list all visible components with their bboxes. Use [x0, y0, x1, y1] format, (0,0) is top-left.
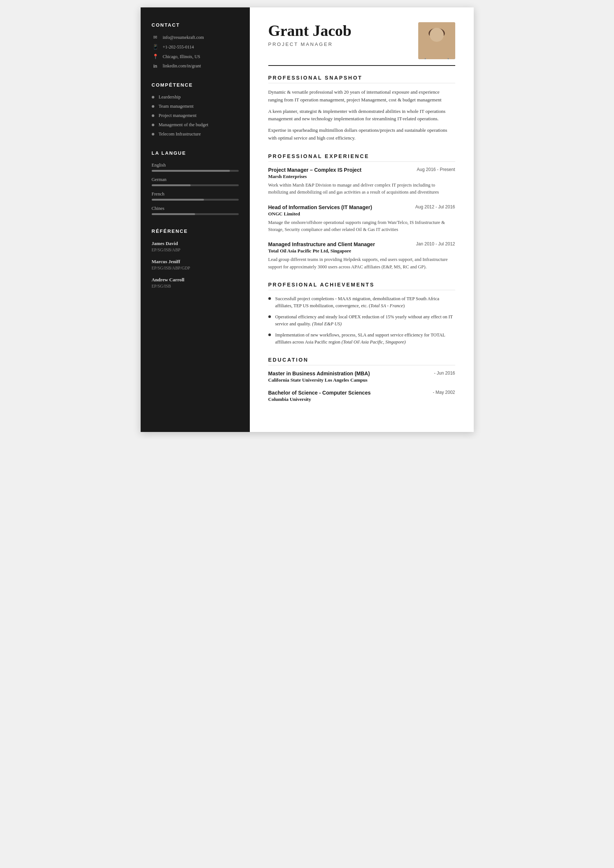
experience-section: PROFESSIONAL EXPERIENCE Project Manager … — [268, 153, 455, 271]
person-title: PROJECT MANAGER — [268, 42, 352, 47]
bullet-dot — [152, 124, 154, 126]
ach-bullet-1 — [268, 315, 271, 318]
achievements-section: PROFESIONAL ACHIEVEMENTS Successfull pro… — [268, 282, 455, 346]
edu-school-1: Columbia University — [268, 397, 455, 402]
location-icon: 📍 — [152, 54, 159, 60]
language-title: LA LANGUE — [152, 150, 239, 156]
reference-title: RÉFÉRENCE — [152, 228, 239, 234]
competence-item-4: Telecom Infrastructure — [152, 132, 239, 137]
competence-item-2: Project management — [152, 113, 239, 118]
exp-date-2: Jan 2010 - Jul 2012 — [416, 241, 455, 246]
experience-title: PROFESSIONAL EXPERIENCE — [268, 153, 455, 162]
competence-section: COMPÉTENCE Leardership Team management P… — [152, 82, 239, 137]
ach-bullet-0 — [268, 297, 271, 300]
ach-bullet-2 — [268, 333, 271, 336]
exp-date-0: Aug 2016 - Present — [417, 167, 455, 172]
svg-rect-0 — [418, 22, 455, 59]
lang-german: German — [152, 177, 239, 186]
contact-section: CONTACT ✉ info@resumekraft.com 📱 +1-202-… — [152, 22, 239, 69]
photo-svg — [418, 22, 455, 59]
person-name: Grant Jacob — [268, 22, 352, 39]
edu-degree-0: Master in Business Administration (MBA) — [268, 370, 370, 377]
contact-title: CONTACT — [152, 22, 239, 28]
lang-chines: Chines — [152, 206, 239, 215]
resume-container: CONTACT ✉ info@resumekraft.com 📱 +1-202-… — [141, 8, 474, 432]
ref-item-0: James David EP/SG/ISB/ABP — [152, 240, 239, 252]
phone-icon: 📱 — [152, 44, 159, 50]
profile-photo — [418, 22, 455, 59]
reference-section: RÉFÉRENCE James David EP/SG/ISB/ABP Marc… — [152, 228, 239, 288]
exp-desc-1: Manage the onshore/offshore operational … — [268, 219, 455, 234]
linkedin-icon: in — [152, 64, 159, 69]
competence-item-0: Leardership — [152, 95, 239, 100]
contact-linkedin: in linkedin.com/in/grant — [152, 63, 239, 69]
exp-header-1: Head of Information Services (IT Manager… — [268, 204, 455, 210]
ach-italic-1: (Total E&P US) — [312, 321, 342, 327]
sidebar: CONTACT ✉ info@resumekraft.com 📱 +1-202-… — [141, 8, 250, 432]
svg-point-6 — [439, 39, 441, 42]
lang-bar-bg — [152, 213, 239, 215]
resume-header: Grant Jacob PROJECT MANAGER — [268, 22, 455, 59]
email-icon: ✉ — [152, 34, 159, 40]
snapshot-para-0: Dynamic & versatile professional with 20… — [268, 88, 455, 104]
achievement-item-1: Operational efficiency and steady local … — [268, 313, 455, 328]
header-divider — [268, 65, 455, 66]
svg-rect-2 — [434, 45, 439, 52]
ref-item-2: Andrew Carroll EP/SG/ISB — [152, 277, 239, 288]
edu-header-1: Bachelor of Science - Computer Sciences … — [268, 390, 455, 396]
edu-date-0: - Jun 2016 — [434, 370, 455, 376]
bullet-dot — [152, 96, 154, 98]
exp-company-0: Marsh Enterprises — [268, 174, 455, 180]
edu-item-0: Master in Business Administration (MBA) … — [268, 370, 455, 383]
achievement-item-2: Implementation of new workflows, process… — [268, 332, 455, 346]
snapshot-section: PROFESSIONAL SNAPSHOT Dynamic & versatil… — [268, 75, 455, 142]
main-content: Grant Jacob PROJECT MANAGER — [250, 8, 474, 432]
lang-english: English — [152, 163, 239, 172]
ach-italic-0: Total SA - France — [371, 303, 403, 308]
lang-bar-fill — [152, 170, 230, 172]
lang-bar-bg — [152, 184, 239, 186]
lang-bar-fill — [152, 184, 191, 186]
lang-bar-bg — [152, 199, 239, 201]
edu-school-0: California State University Los Angeles … — [268, 377, 455, 383]
bullet-dot — [152, 105, 154, 108]
exp-job-title-2: Managed Infrastructure and Client Manage… — [268, 241, 375, 247]
lang-bar-fill — [152, 213, 195, 215]
svg-point-7 — [436, 42, 437, 44]
exp-job-title-0: Project Manager – Complex IS Project — [268, 167, 361, 173]
ach-italic-2: (Total Oil Asia Pacific, Singapore) — [342, 339, 406, 345]
competence-item-3: Management of the budget — [152, 122, 239, 128]
ach-text-2: Implementation of new workflows, process… — [275, 332, 455, 346]
bullet-dot — [152, 115, 154, 117]
exp-date-1: Aug 2012 - Jul 2016 — [415, 204, 455, 209]
language-section: LA LANGUE English German French — [152, 150, 239, 215]
exp-desc-0: Work within Marsh E&P Division to manage… — [268, 182, 455, 196]
ref-item-1: Marcus Jeniff EP/SG/ISB/ABP/GDP — [152, 259, 239, 270]
achievement-item-0: Successfull project completions - MAAS m… — [268, 295, 455, 310]
exp-item-1: Head of Information Services (IT Manager… — [268, 204, 455, 234]
ach-text-1: Operational efficiency and steady local … — [275, 313, 455, 328]
name-area: Grant Jacob PROJECT MANAGER — [268, 22, 352, 47]
exp-header-2: Managed Infrastructure and Client Manage… — [268, 241, 455, 247]
competence-item-1: Team management — [152, 104, 239, 109]
ach-text-0: Successfull project completions - MAAS m… — [275, 295, 455, 310]
snapshot-para-1: A keen planner, strategist & implementer… — [268, 108, 455, 123]
svg-point-5 — [433, 39, 435, 42]
contact-location: 📍 Chicago, Illinois, US — [152, 54, 239, 60]
svg-point-4 — [429, 28, 445, 39]
education-title: EDUCATION — [268, 357, 455, 365]
edu-header-0: Master in Business Administration (MBA) … — [268, 370, 455, 377]
contact-phone: 📱 +1-202-555-0114 — [152, 44, 239, 50]
education-section: EDUCATION Master in Business Administrat… — [268, 357, 455, 402]
snapshot-title: PROFESSIONAL SNAPSHOT — [268, 75, 455, 83]
exp-header-0: Project Manager – Complex IS Project Aug… — [268, 167, 455, 173]
exp-item-0: Project Manager – Complex IS Project Aug… — [268, 167, 455, 196]
exp-job-title-1: Head of Information Services (IT Manager… — [268, 204, 372, 210]
lang-bar-fill — [152, 199, 204, 201]
competence-title: COMPÉTENCE — [152, 82, 239, 88]
exp-company-1: ONGC Limited — [268, 211, 455, 217]
lang-french: French — [152, 191, 239, 201]
exp-item-2: Managed Infrastructure and Client Manage… — [268, 241, 455, 271]
photo-placeholder — [418, 22, 455, 59]
edu-degree-1: Bachelor of Science - Computer Sciences — [268, 390, 371, 396]
